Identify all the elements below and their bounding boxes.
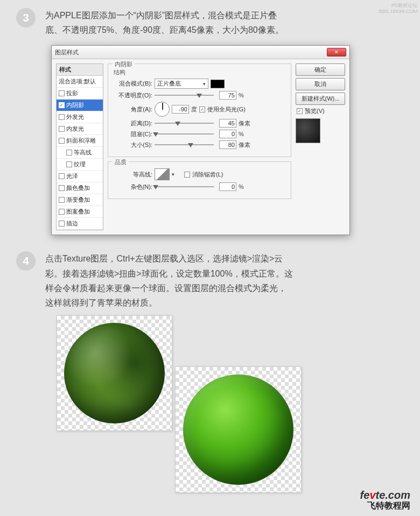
checkbox-icon[interactable] — [66, 161, 72, 167]
style-item[interactable]: 纹理 — [57, 159, 103, 171]
structure-label: 结构 — [114, 68, 285, 76]
result-images — [51, 315, 420, 498]
noise-slider[interactable] — [155, 186, 214, 187]
checkbox-icon[interactable] — [59, 138, 65, 144]
group-title: 内阴影 — [113, 60, 135, 68]
checkbox-icon[interactable] — [59, 126, 65, 132]
checkbox-icon[interactable] — [59, 185, 65, 191]
checkbox-icon[interactable] — [59, 197, 65, 203]
noise-input[interactable]: 0 — [219, 182, 236, 191]
site-tagline: 飞特教程网 — [360, 501, 410, 511]
quality-label: 品质 — [113, 158, 129, 166]
opacity-slider[interactable] — [155, 95, 214, 96]
dialog-title: 图层样式 — [55, 48, 79, 56]
global-light-label: 使用全局光(G) — [207, 105, 246, 114]
texture-sphere — [64, 323, 165, 423]
style-item[interactable]: 描边 — [57, 218, 103, 230]
blend-mode-label: 混合模式(B): — [114, 80, 152, 88]
style-list-header: 样式 — [57, 64, 103, 76]
style-item[interactable]: 颜色叠加 — [57, 182, 103, 194]
noise-label: 杂色(N): — [114, 183, 152, 191]
style-item[interactable]: 外发光 — [57, 111, 103, 123]
choke-input[interactable]: 0 — [219, 130, 236, 138]
checkbox-icon[interactable] — [59, 173, 65, 179]
antialias-label: 消除锯齿(L) — [192, 171, 223, 179]
result-sphere — [183, 374, 293, 485]
angle-dial[interactable] — [155, 102, 170, 117]
distance-input[interactable]: 45 — [219, 119, 236, 128]
style-list: 样式 混合选项:默认 投影 ✓内阴影 外发光 内发光 斜面和浮雕 等高线 纹理 … — [56, 63, 103, 230]
style-item[interactable]: 光泽 — [57, 171, 103, 182]
style-item[interactable]: 渐变叠加 — [57, 194, 103, 206]
style-item[interactable]: 等高线 — [57, 147, 103, 159]
result-sphere-canvas — [175, 366, 302, 493]
checkbox-icon[interactable] — [59, 209, 65, 215]
dialog-buttons: 确定 取消 新建样式(W)... ✓ 预览(V) — [296, 63, 345, 230]
watermark: PS教程论坛 BBS.16XX8.COM — [379, 3, 417, 15]
step-4-text: 点击Texture图层，Ctrl+左键图层载入选区，选择滤镜>渲染>云彩。接着选… — [45, 251, 293, 310]
style-item[interactable]: 投影 — [57, 88, 103, 100]
contour-label: 等高线: — [114, 171, 152, 179]
checkbox-icon[interactable] — [59, 90, 65, 96]
opacity-label: 不透明度(O): — [114, 91, 152, 100]
close-button[interactable]: ✕ — [327, 48, 346, 56]
contour-picker[interactable] — [155, 168, 170, 180]
site-logo: fevte.com 飞特教程网 — [360, 489, 410, 511]
layer-style-dialog: 图层样式 ✕ 样式 混合选项:默认 投影 ✓内阴影 外发光 内发光 斜面和浮雕 … — [51, 45, 350, 235]
new-style-button[interactable]: 新建样式(W)... — [296, 93, 345, 105]
distance-slider[interactable] — [155, 123, 214, 124]
blend-default[interactable]: 混合选项:默认 — [57, 76, 103, 88]
site-domain: fevte.com — [360, 489, 410, 501]
style-item[interactable]: 斜面和浮雕 — [57, 135, 103, 147]
size-slider[interactable] — [155, 144, 214, 145]
angle-input[interactable]: -90 — [172, 105, 189, 114]
checkbox-icon[interactable] — [66, 150, 72, 155]
texture-sphere-canvas — [57, 315, 172, 431]
choke-label: 阻塞(C): — [114, 130, 152, 138]
watermark-line1: PS教程论坛 — [379, 3, 417, 9]
preview-label: 预览(V) — [305, 107, 325, 115]
inner-shadow-group: 内阴影 结构 混合模式(B): 正片叠底 ▾ 不透明度(O): 75 — [108, 63, 291, 157]
style-item[interactable]: 内发光 — [57, 123, 103, 135]
antialias-checkbox[interactable] — [184, 172, 190, 178]
global-light-checkbox[interactable]: ✓ — [199, 107, 205, 112]
opacity-input[interactable]: 75 — [219, 91, 236, 100]
quality-group: 品质 等高线: ▾ 消除锯齿(L) 杂色(N): 0 % — [108, 161, 291, 199]
style-item-selected[interactable]: ✓内阴影 — [57, 100, 103, 111]
watermark-line2: BBS.16XX8.COM — [379, 9, 417, 15]
dialog-titlebar: 图层样式 ✕ — [52, 46, 349, 59]
ok-button[interactable]: 确定 — [296, 63, 345, 76]
size-input[interactable]: 80 — [219, 140, 236, 149]
chevron-down-icon: ▾ — [203, 81, 206, 87]
step-3-text: 为APPLE图层添加一个“内阴影”图层样式，混合模式是正片叠底、不透明度75%、… — [45, 8, 293, 37]
step-badge-4: 4 — [16, 251, 36, 271]
distance-label: 距离(D): — [114, 119, 152, 128]
checkbox-icon[interactable] — [59, 114, 65, 120]
preview-thumbnail — [296, 118, 320, 143]
color-swatch[interactable] — [211, 80, 225, 88]
settings-panel: 内阴影 结构 混合模式(B): 正片叠底 ▾ 不透明度(O): 75 — [108, 63, 291, 230]
chevron-down-icon[interactable]: ▾ — [172, 172, 174, 177]
step-badge-3: 3 — [16, 8, 36, 27]
style-item[interactable]: 图案叠加 — [57, 206, 103, 218]
step-3: 3 为APPLE图层添加一个“内阴影”图层样式，混合模式是正片叠底、不透明度75… — [0, 0, 420, 43]
checkbox-icon[interactable]: ✓ — [59, 102, 65, 108]
checkbox-icon[interactable] — [59, 221, 65, 227]
step-4: 4 点击Texture图层，Ctrl+左键图层载入选区，选择滤镜>渲染>云彩。接… — [0, 243, 420, 315]
size-label: 大小(S): — [114, 141, 152, 149]
choke-slider[interactable] — [155, 133, 214, 135]
cancel-button[interactable]: 取消 — [296, 78, 345, 90]
blend-mode-dropdown[interactable]: 正片叠底 ▾ — [155, 79, 208, 89]
angle-label: 角度(A): — [114, 105, 152, 114]
preview-checkbox[interactable]: ✓ — [297, 108, 303, 114]
